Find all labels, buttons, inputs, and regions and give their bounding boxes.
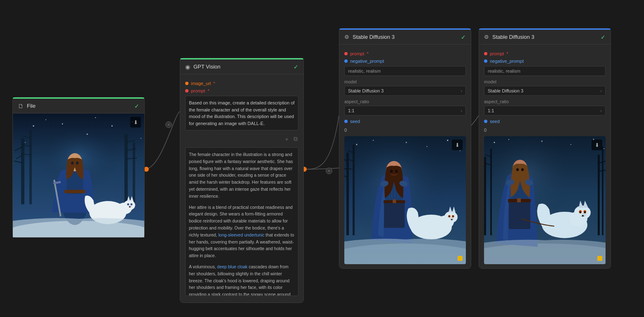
gpt-output-p3: A voluminous, deep blue cloak cascades d… xyxy=(189,263,295,296)
file-node-download[interactable]: ⬇ xyxy=(130,117,141,128)
gpt-prompt-text[interactable]: Based on this image, create a detailed d… xyxy=(185,96,298,130)
sd2-download-btn[interactable]: ⬇ xyxy=(592,140,602,150)
svg-point-39 xyxy=(25,142,26,143)
svg-point-97 xyxy=(516,168,519,171)
svg-point-36 xyxy=(95,117,96,118)
sd1-neg-prompt-label: negative_prompt xyxy=(350,59,384,64)
sd1-image-svg xyxy=(344,136,466,264)
sd2-aspect-value: 1:1 xyxy=(488,108,494,113)
sd-node-1-check: ✓ xyxy=(461,34,466,40)
svg-point-98 xyxy=(521,168,524,171)
eye-icon: ◉ xyxy=(185,64,190,70)
sd1-model-arrow: › xyxy=(460,88,462,93)
svg-point-41 xyxy=(141,138,141,139)
svg-rect-83 xyxy=(490,149,492,235)
svg-point-114 xyxy=(541,141,543,142)
file-node: 🗋 File ✓ xyxy=(12,97,145,238)
gpt-copy-btn[interactable]: ⧉ xyxy=(293,135,298,143)
svg-point-75 xyxy=(406,142,407,143)
svg-rect-82 xyxy=(484,157,486,235)
sd1-image xyxy=(344,136,466,264)
gpt-node-check: ✓ xyxy=(293,64,298,70)
sd2-prompt-dot xyxy=(484,52,487,55)
sd2-image-container: ⬇ xyxy=(484,136,606,264)
svg-point-58 xyxy=(390,170,393,173)
sd1-prompt-dot xyxy=(344,52,348,55)
file-icon: 🗋 xyxy=(18,103,24,109)
svg-rect-3 xyxy=(21,138,24,204)
sd1-image-container: ⬇ xyxy=(344,136,466,264)
sd1-aspect-select[interactable]: 1:1 › xyxy=(344,106,466,116)
image-url-asterisk: * xyxy=(213,81,215,86)
svg-rect-84 xyxy=(598,155,600,235)
gpt-image-url-port: image_url * xyxy=(185,81,298,86)
sd1-prompt-asterisk: * xyxy=(367,51,368,56)
sd1-prompt-port: prompt * xyxy=(344,51,466,56)
svg-point-30 xyxy=(127,203,129,206)
svg-point-78 xyxy=(460,150,460,151)
gpt-output-p2: Her attire is a blend of practical comba… xyxy=(189,204,295,259)
svg-rect-85 xyxy=(602,147,603,235)
sd2-model-arrow: › xyxy=(600,88,602,93)
svg-point-64 xyxy=(444,211,458,223)
svg-point-113 xyxy=(508,139,509,140)
sd1-prompt-label: prompt xyxy=(350,51,364,56)
svg-point-40 xyxy=(87,134,88,135)
svg-rect-4 xyxy=(29,130,32,204)
sd2-aspect-select[interactable]: 1:1 › xyxy=(484,106,606,116)
edge-close-1[interactable]: × xyxy=(165,121,172,128)
sd1-yellow-marker xyxy=(458,256,463,261)
sd2-model-value: Stable Diffusion 3 xyxy=(488,88,523,93)
sd2-neg-prompt-port: negative_prompt xyxy=(484,59,606,64)
prompt-label: prompt xyxy=(191,88,205,93)
gpt-prompt-content: Based on this image, create a detailed d… xyxy=(189,100,295,126)
file-node-image: ⬇ xyxy=(13,114,144,237)
edge-close-2[interactable]: × xyxy=(326,168,332,174)
file-node-header: 🗋 File ✓ xyxy=(13,99,144,114)
sd2-prompt-label: prompt xyxy=(490,51,504,56)
gpt-node-header-left: ◉ GPT Vision xyxy=(185,64,220,70)
svg-point-110 xyxy=(584,211,586,213)
svg-point-59 xyxy=(395,170,398,173)
sd2-model-select[interactable]: Stable Diffusion 3 › xyxy=(484,86,606,96)
sd2-neg-prompt-label: negative_prompt xyxy=(490,59,524,64)
gpt-output-area[interactable]: The female character in the illustration… xyxy=(185,147,298,296)
sd1-aspect-label: aspect_ratio xyxy=(344,99,466,104)
svg-rect-6 xyxy=(133,142,135,204)
sd1-neg-prompt-input[interactable]: realistic, realism xyxy=(344,66,466,76)
svg-point-109 xyxy=(580,211,581,213)
sd2-seed-dot xyxy=(484,120,487,123)
sd-node-1-title: Stable Diffusion 3 xyxy=(353,34,395,40)
sd-node-2-header: ⚙ Stable Diffusion 3 ✓ xyxy=(479,30,611,45)
gpt-output-p1: The female character in the illustration… xyxy=(189,151,295,200)
sd2-neg-prompt-input[interactable]: realistic, realism xyxy=(484,66,606,76)
svg-point-31 xyxy=(131,203,133,206)
svg-rect-95 xyxy=(509,202,530,229)
sd2-image-svg xyxy=(484,136,606,264)
gpt-node-header: ◉ GPT Vision ✓ xyxy=(180,59,303,74)
sd-node-2-body: prompt * negative_prompt realistic, real… xyxy=(479,45,611,268)
sd2-prompt-asterisk: * xyxy=(506,51,508,56)
svg-rect-56 xyxy=(384,203,405,228)
sd2-prompt-port: prompt * xyxy=(484,51,606,56)
gpt-node-body: image_url * prompt * Based on this image… xyxy=(180,74,303,303)
sd-node-1-header: ⚙ Stable Diffusion 3 ✓ xyxy=(339,30,471,45)
sd2-model-label: model xyxy=(484,79,606,84)
svg-point-73 xyxy=(356,144,358,145)
svg-point-103 xyxy=(574,206,591,220)
sd-node-2-check: ✓ xyxy=(601,34,606,40)
svg-point-35 xyxy=(62,123,63,125)
sd1-download-btn[interactable]: ⬇ xyxy=(452,140,463,150)
canvas: × × 🗋 File ✓ xyxy=(0,0,644,317)
svg-rect-5 xyxy=(124,134,128,204)
prompt-asterisk: * xyxy=(208,88,209,93)
file-node-check: ✓ xyxy=(134,103,139,109)
gpt-output-toolbar: + ⧉ xyxy=(185,133,298,145)
gpt-node-title: GPT Vision xyxy=(193,64,220,70)
svg-rect-45 xyxy=(346,153,349,235)
svg-point-115 xyxy=(570,144,571,145)
gpt-add-btn[interactable]: + xyxy=(284,135,289,143)
svg-point-32 xyxy=(129,206,131,208)
sd1-model-select[interactable]: Stable Diffusion 3 › xyxy=(344,86,466,96)
sd-node-1-body: prompt * negative_prompt realistic, real… xyxy=(339,45,471,268)
